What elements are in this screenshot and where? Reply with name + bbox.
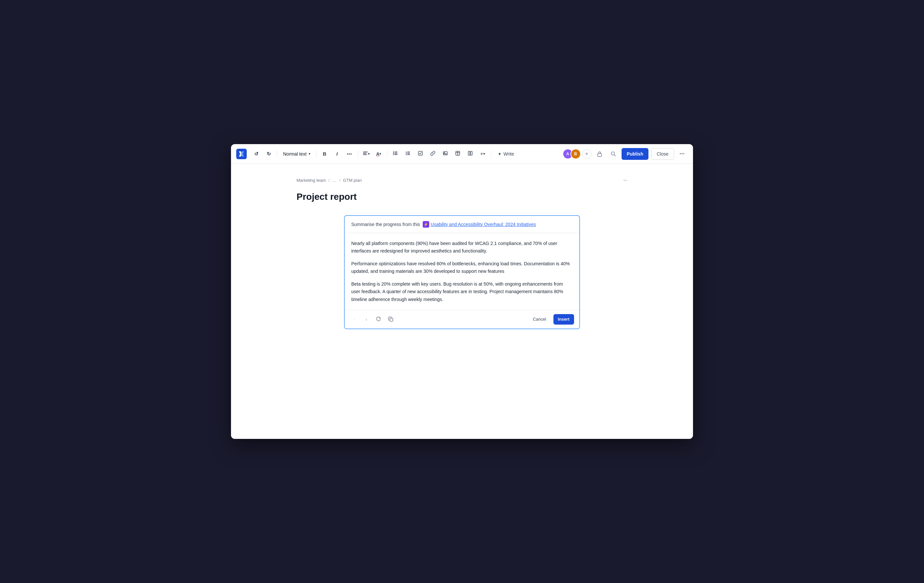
- ai-card-footer: ‹ › Cancel Insert: [345, 310, 579, 328]
- svg-rect-13: [407, 153, 410, 153]
- copy-button[interactable]: [386, 315, 396, 324]
- layout-icon: [468, 151, 473, 157]
- more-menu-button[interactable]: •••: [676, 148, 688, 160]
- align-dropdown[interactable]: ▾: [361, 148, 372, 160]
- italic-icon: I: [336, 151, 338, 156]
- toolbar-separator-5: [491, 150, 491, 158]
- ai-icon: ⚡: [423, 221, 429, 227]
- expand-icon[interactable]: ↔: [622, 177, 627, 184]
- redo-button[interactable]: ↻: [263, 148, 274, 160]
- bullet-list-button[interactable]: [390, 148, 401, 160]
- ai-card-link[interactable]: ⚡ Usability and Accessibility Overhaul: …: [423, 221, 536, 227]
- breadcrumb-ellipsis[interactable]: …: [332, 178, 337, 183]
- ellipsis-icon: •••: [680, 152, 685, 156]
- align-icon: [363, 151, 368, 157]
- ai-paragraph-3: Beta testing is 20% complete with key us…: [351, 280, 573, 303]
- ai-paragraph-1: Nearly all platform components (90%) hav…: [351, 240, 573, 255]
- search-button[interactable]: [608, 148, 619, 160]
- italic-button[interactable]: I: [332, 148, 343, 160]
- toolbar-separator-3: [358, 150, 358, 158]
- text-style-dropdown[interactable]: Normal text ▾: [280, 148, 314, 160]
- svg-rect-23: [470, 152, 472, 155]
- lock-button[interactable]: [594, 148, 605, 160]
- plus-icon: +: [480, 151, 483, 157]
- chevron-down-icon: ▾: [483, 152, 485, 156]
- svg-rect-1: [363, 152, 368, 152]
- bold-icon: B: [323, 151, 326, 156]
- more-formatting-button[interactable]: •••: [344, 148, 355, 160]
- ellipsis-icon: •••: [347, 152, 352, 156]
- next-suggestion-button[interactable]: ›: [362, 315, 371, 324]
- link-button[interactable]: [427, 148, 439, 160]
- breadcrumb-marketing[interactable]: Marketing team: [297, 178, 326, 183]
- breadcrumb: Marketing team / … / GTM plan ↔: [297, 177, 627, 184]
- sparkle-icon: ✦: [498, 152, 502, 156]
- bold-button[interactable]: B: [319, 148, 330, 160]
- toolbar-separator-2: [316, 150, 317, 158]
- add-collaborator-button[interactable]: +: [582, 149, 591, 158]
- svg-rect-27: [390, 318, 393, 321]
- ai-card-header-text: Summarise the progress from this: [351, 222, 420, 227]
- svg-point-6: [393, 153, 394, 154]
- chevron-down-icon: ▾: [380, 152, 381, 156]
- svg-point-25: [611, 152, 614, 155]
- svg-line-26: [614, 155, 615, 156]
- svg-rect-22: [468, 152, 470, 155]
- close-button[interactable]: Close: [651, 148, 674, 160]
- toolbar: ↺ ↻ Normal text ▾ B I •••: [231, 144, 693, 164]
- svg-text:3.: 3.: [406, 153, 407, 156]
- chevron-down-icon: ▾: [309, 152, 310, 156]
- svg-rect-2: [363, 153, 366, 153]
- task-icon: [418, 151, 423, 157]
- svg-point-8: [393, 154, 394, 155]
- undo-button[interactable]: ↺: [251, 148, 262, 160]
- svg-rect-16: [418, 152, 422, 155]
- toolbar-separator-4: [387, 150, 387, 158]
- ai-paragraph-2: Performance optimizations have resolved …: [351, 260, 573, 275]
- task-button[interactable]: [415, 148, 426, 160]
- cancel-button[interactable]: Cancel: [528, 314, 551, 324]
- svg-rect-15: [407, 154, 410, 155]
- toolbar-right: A B + Publish Close •••: [563, 148, 688, 160]
- ai-card: Summarise the progress from this ⚡ Usabi…: [344, 215, 580, 329]
- page-title: Project report: [297, 192, 627, 202]
- prev-suggestion-button[interactable]: ‹: [350, 315, 359, 324]
- numbered-list-icon: 1. 2. 3.: [405, 151, 411, 157]
- text-color-icon: A: [376, 152, 380, 156]
- image-icon: [443, 151, 448, 157]
- svg-rect-3: [363, 154, 367, 155]
- svg-rect-5: [394, 152, 398, 152]
- svg-rect-7: [394, 153, 398, 153]
- logo-icon[interactable]: [236, 149, 247, 159]
- app-window: ↺ ↻ Normal text ▾ B I •••: [231, 144, 693, 439]
- table-button[interactable]: [452, 148, 463, 160]
- regenerate-button[interactable]: [373, 315, 383, 324]
- write-button[interactable]: ✦ Write: [494, 148, 518, 160]
- publish-button[interactable]: Publish: [622, 148, 649, 160]
- svg-rect-24: [598, 153, 602, 156]
- bullet-list-icon: [393, 151, 398, 157]
- text-color-dropdown[interactable]: A ▾: [373, 148, 384, 160]
- collaborators-avatars: A B +: [563, 149, 591, 159]
- insert-button[interactable]: Insert: [553, 314, 574, 324]
- svg-point-4: [393, 152, 394, 153]
- ai-card-body: Nearly all platform components (90%) hav…: [345, 233, 579, 310]
- chevron-down-icon: ▾: [368, 152, 370, 156]
- more-insert-button[interactable]: + ▾: [477, 148, 488, 160]
- avatar[interactable]: B: [571, 149, 581, 159]
- breadcrumb-gtm[interactable]: GTM plan: [343, 178, 362, 183]
- svg-rect-9: [394, 154, 398, 155]
- svg-rect-11: [407, 152, 410, 152]
- content-area: Marketing team / … / GTM plan ↔ Project …: [231, 164, 693, 439]
- table-icon: [455, 151, 460, 157]
- footer-actions: Cancel Insert: [528, 314, 574, 324]
- image-button[interactable]: [440, 148, 451, 160]
- layout-button[interactable]: [465, 148, 476, 160]
- link-icon: [430, 151, 436, 157]
- numbered-list-button[interactable]: 1. 2. 3.: [403, 148, 414, 160]
- ai-card-header: Summarise the progress from this ⚡ Usabi…: [345, 216, 579, 233]
